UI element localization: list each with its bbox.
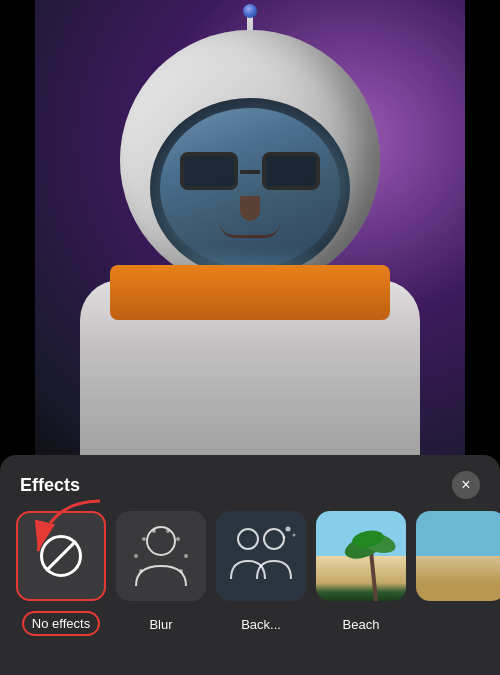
label-blur: Blur bbox=[116, 615, 206, 633]
svg-point-9 bbox=[166, 529, 170, 533]
svg-point-3 bbox=[176, 537, 180, 541]
glass-right bbox=[262, 152, 320, 190]
svg-point-6 bbox=[139, 569, 143, 573]
svg-point-7 bbox=[179, 569, 183, 573]
background-icon bbox=[216, 511, 306, 601]
beach-label: Beach bbox=[343, 617, 380, 632]
svg-point-5 bbox=[184, 554, 188, 558]
beach-thumbnail bbox=[316, 511, 406, 601]
label-beach: Beach bbox=[316, 615, 406, 633]
right-border bbox=[465, 0, 500, 460]
svg-point-13 bbox=[293, 534, 296, 537]
close-button[interactable]: × bbox=[452, 471, 480, 499]
helmet-shell bbox=[120, 30, 380, 290]
effects-row bbox=[0, 511, 500, 601]
suit-collar bbox=[110, 265, 390, 320]
glass-left bbox=[180, 152, 238, 190]
left-border bbox=[0, 0, 35, 460]
effects-title: Effects bbox=[20, 475, 80, 496]
svg-point-4 bbox=[134, 554, 138, 558]
svg-point-8 bbox=[152, 529, 156, 533]
glasses bbox=[180, 152, 320, 192]
svg-point-1 bbox=[147, 527, 175, 555]
effect-blur[interactable] bbox=[116, 511, 206, 601]
svg-point-2 bbox=[142, 537, 146, 541]
effect-no-effects[interactable] bbox=[16, 511, 106, 601]
effect-background[interactable] bbox=[216, 511, 306, 601]
svg-point-10 bbox=[238, 529, 258, 549]
label-background: Back... bbox=[216, 615, 306, 633]
video-preview bbox=[0, 0, 500, 460]
svg-point-11 bbox=[264, 529, 284, 549]
face-nose bbox=[240, 196, 260, 221]
blur-icon bbox=[116, 511, 206, 601]
label-no-effects: No effects bbox=[16, 611, 106, 636]
svg-point-12 bbox=[286, 527, 291, 532]
effect-beach2[interactable] bbox=[416, 511, 500, 601]
effects-header: Effects × bbox=[0, 455, 500, 511]
no-effects-label: No effects bbox=[22, 611, 100, 636]
glasses-bridge bbox=[240, 170, 260, 174]
labels-row: No effects Blur Back... Beach bbox=[0, 601, 500, 636]
astronaut-scene bbox=[40, 0, 460, 460]
blur-label: Blur bbox=[149, 617, 172, 632]
effects-panel: Effects × bbox=[0, 455, 500, 675]
svg-point-14 bbox=[283, 536, 286, 539]
face-mouth bbox=[220, 223, 280, 238]
visor bbox=[150, 98, 350, 278]
face bbox=[160, 108, 340, 268]
effect-beach[interactable] bbox=[316, 511, 406, 601]
no-effects-icon bbox=[40, 535, 82, 577]
background-label: Back... bbox=[241, 617, 281, 632]
